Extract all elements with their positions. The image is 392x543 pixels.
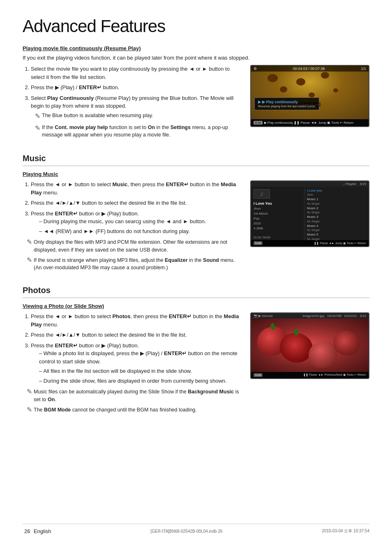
movie-note-2: If the Cont. movie play help function is… <box>42 124 242 139</box>
photos-section-title: Photos <box>23 286 369 298</box>
photos-dash-3: During the slide show, files are display… <box>39 377 242 385</box>
photos-step-3: Press the ENTER↵ button or ▶ (Play) butt… <box>31 342 242 385</box>
music-track-3-sub: No Singer <box>307 220 366 223</box>
movie-step-2: Press the ▶ (Play) / ENTER↵ button. <box>31 83 242 92</box>
movie-step-3: Select Play Continuously (Resume Play) b… <box>31 94 242 139</box>
movie-screen-col: ⚙ 00:04:03 / 00:07:38 1/1 Movie 01.avi ▶… <box>250 65 369 127</box>
photos-top-right: Image1024.jpg 1024x768 2010/2/1 3/15 <box>302 314 366 318</box>
music-note-1: Only displays the files with MP3 and PCM… <box>34 238 242 254</box>
giraffe-spot-5 <box>321 72 329 79</box>
page-title: Advanced Features <box>23 16 369 36</box>
music-track-3-name: Music 3 <box>307 215 366 219</box>
music-track-2: Music 2 No Singer <box>307 206 366 215</box>
music-track-5: Music 5 No Singer <box>307 232 366 241</box>
music-dash-1: During playing the music, you can searcg… <box>39 217 242 226</box>
music-step-3: Press the ENTER↵ button or ▶ (Play) butt… <box>31 210 242 236</box>
photos-resolution: 1024x768 <box>327 314 341 318</box>
photos-controls: ❚❚ Pause ◄► Previous/Next ▣ Tools ↩ Retu… <box>303 373 366 377</box>
music-track-2-sub: No Singer <box>307 210 366 214</box>
photos-note-block-2: ✎ The BGM Mode cannot be changed until t… <box>23 406 242 414</box>
movie-page: 1/1 <box>361 67 366 71</box>
movie-disc-icon: ⚙ <box>254 67 257 71</box>
music-track-4-sub: No Singer <box>307 228 366 232</box>
note-icon-2: ✎ <box>35 123 40 133</box>
music-section-title: Music <box>23 154 369 166</box>
music-album: 1st Album <box>254 212 302 215</box>
movie-popup: ▶ ▶ Play continuously Resumes playing fr… <box>254 97 319 110</box>
music-track-5-sub: No Singer <box>307 237 366 241</box>
movie-timecode: 00:04:03 / 00:07:38 <box>293 67 325 71</box>
photos-bottom-bar: SUM ❚❚ Pause ◄► Previous/Next ▣ Tools ↩ … <box>251 372 369 378</box>
apple-4 <box>333 331 360 356</box>
music-note-2: If the sound is strange when playing MP3… <box>34 256 242 272</box>
music-screen-col: ♪ Playlist 3/15 ♪ I Love You Jhon 1st Al… <box>250 180 369 247</box>
photos-screen-col: 📷 ▶ Normal Image1024.jpg 1024x768 2010/2… <box>250 312 369 379</box>
music-note-icon-2: ✎ <box>27 256 32 264</box>
music-playlist-header: ♪ Playlist 3/15 <box>343 182 366 186</box>
movie-video-area: ⚙ 00:04:03 / 00:07:38 1/1 Movie 01.avi ▶… <box>251 66 369 119</box>
photos-note-2: The BGM Mode cannot be changed until the… <box>34 406 197 414</box>
photos-dash-2: All files in the file list section will … <box>39 367 242 375</box>
giraffe-spot-3 <box>296 78 305 85</box>
music-note-block-2: ✎ If the sound is strange when playing M… <box>23 256 242 272</box>
music-track-3: Music 3 No Singer <box>307 215 366 223</box>
movie-top-bar: ⚙ 00:04:03 / 00:07:38 1/1 <box>251 66 369 72</box>
music-song-title: I Love You <box>254 201 302 206</box>
footer-date: 2010-03-04 오후 10:37:54 <box>322 528 369 534</box>
music-time: 01:10 / 04:02 <box>254 236 302 239</box>
music-track-1-sub: No Singer <box>307 202 366 206</box>
page-number-block: 26 English <box>23 527 51 535</box>
photos-step-2: Press the ◄/►/▲/▼ button to select the d… <box>31 331 242 339</box>
photos-image-area <box>251 319 369 372</box>
movie-subsection-title: Playing movie file continuously (Resume … <box>23 45 369 51</box>
music-track-2-name: Music 2 <box>307 206 366 210</box>
music-playlist-panel: I Love you Jhon Music 1 No Singer Music … <box>304 187 369 240</box>
popup-desc: Resumes playing from the last viewed sce… <box>258 105 316 108</box>
music-track-4-name: Music 4 <box>307 224 366 228</box>
music-note-graphic: ♪ <box>254 189 270 199</box>
apple-2 <box>280 333 313 363</box>
movie-section: Playing movie file continuously (Resume … <box>23 45 369 142</box>
giraffe-spot-6 <box>333 88 338 92</box>
music-dash-2: ◄◄ (REW) and ►► (FF) buttons do not func… <box>39 227 242 236</box>
photos-camera-icon: 📷 <box>254 314 258 318</box>
movie-tv-screen: ⚙ 00:04:03 / 00:07:38 1/1 Movie 01.avi ▶… <box>250 65 369 127</box>
music-top-bar: ♪ Playlist 3/15 <box>251 181 369 187</box>
giraffe-spot-1 <box>267 74 278 82</box>
photos-filename: Image1024.jpg <box>302 314 324 318</box>
music-track-5-name: Music 5 <box>307 233 366 237</box>
apple-3 <box>309 341 337 368</box>
music-track-1-name: Music 1 <box>307 197 366 201</box>
music-track-0-name: I Love you <box>307 189 366 193</box>
music-track-0-sub: Jhon <box>307 193 366 196</box>
usb-badge-photos: SUM <box>254 373 263 377</box>
music-page: 3/15 <box>360 182 366 186</box>
photos-dash-list: While a photo list is displayed, press t… <box>31 349 242 385</box>
giraffe-background <box>251 66 369 119</box>
photos-step-1: Press the ◄ or ► button to select Photos… <box>31 312 242 328</box>
movie-step-1: Select the movie file you want to play c… <box>31 65 242 81</box>
note-icon-1: ✎ <box>35 111 40 121</box>
page-number: 26 English <box>23 527 51 534</box>
photos-steps: Press the ◄ or ► button to select Photos… <box>23 312 242 385</box>
popup-title-text: ▶ ▶ Play continuously <box>258 100 316 104</box>
music-track-0: I Love you Jhon <box>307 188 366 197</box>
photos-note-icon-1: ✎ <box>27 388 32 395</box>
photos-dash-1: While a photo list is displayed, press t… <box>39 349 242 365</box>
music-tv-screen: ♪ Playlist 3/15 ♪ I Love You Jhon 1st Al… <box>250 180 369 247</box>
giraffe-spot-4 <box>309 92 315 97</box>
music-size: 4.2MB <box>254 226 302 230</box>
music-steps: Press the ◄ or ► button to select Music,… <box>23 180 242 235</box>
movie-steps: Select the movie file you want to play c… <box>23 65 242 139</box>
music-note-block-1: ✎ Only displays the files with MP3 and P… <box>23 238 242 254</box>
music-dash-list: During playing the music, you can searcg… <box>31 217 242 235</box>
movie-text-col: Select the movie file you want to play c… <box>23 65 242 142</box>
music-controls: ❚❚ Pause ◄► Jump ▣ Tools ↩ Return <box>314 242 366 245</box>
footer-file-info: [GER-ITA]BN68-02542B-00L04.indb 26 <box>151 529 223 534</box>
music-text-col: Press the ◄ or ► button to select Music,… <box>23 180 242 274</box>
music-year: 2010 <box>254 222 302 225</box>
photos-mode: ▶ Normal <box>258 314 272 318</box>
music-subsection-title: Playing Music <box>23 171 369 177</box>
photos-top-bar: 📷 ▶ Normal Image1024.jpg 1024x768 2010/2… <box>251 313 369 319</box>
movie-note-1: The Blue button is available when resumi… <box>42 112 153 120</box>
